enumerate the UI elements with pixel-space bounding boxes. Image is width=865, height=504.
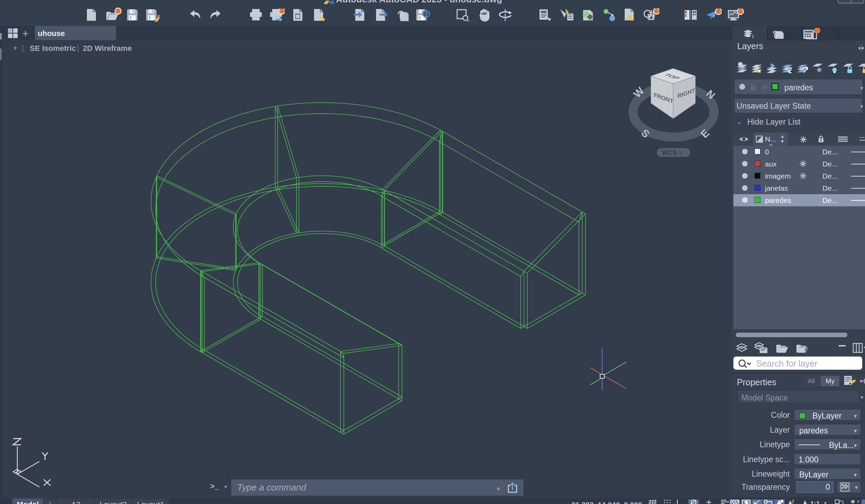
- svg-text:i: i: [752, 34, 753, 39]
